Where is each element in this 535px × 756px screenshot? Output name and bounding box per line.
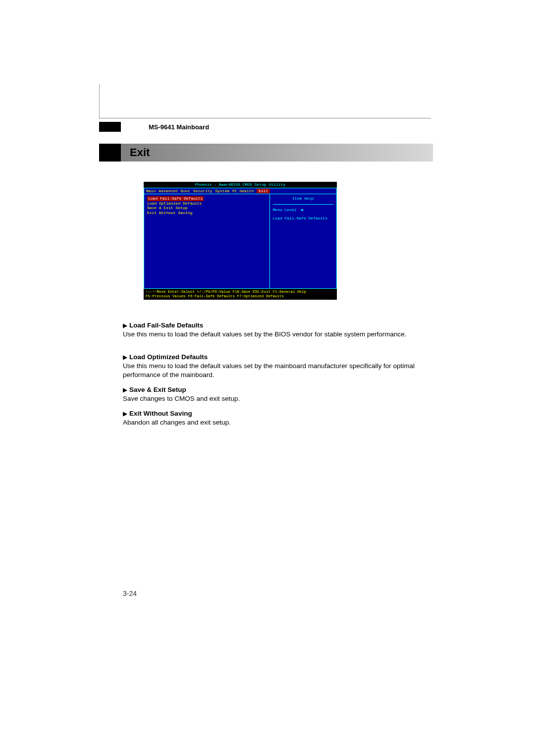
bios-item-load-optimized[interactable]: Load Optimized Defaults bbox=[147, 201, 267, 206]
top-divider bbox=[99, 118, 431, 118]
bios-item-save-exit[interactable]: Save & Exit Setup bbox=[147, 206, 267, 211]
bios-footer-line1: ↑↓←→:Move Enter:Select +/-/PU/PD:Value F… bbox=[146, 290, 335, 294]
bios-frame: Main Advanced Boot Security System PC He… bbox=[144, 188, 337, 289]
triangle-icon: ▶ bbox=[123, 410, 127, 417]
product-header: MS-9641 Mainboard bbox=[149, 123, 209, 131]
triangle-icon: ▶ bbox=[123, 322, 127, 329]
bios-right-pane: Item Help Menu Level ▶ Load Fail-Safe De… bbox=[270, 194, 336, 288]
bios-menu-level-text: Menu Level bbox=[273, 208, 297, 212]
bios-body: Load Fail-Safe Defaults Load Optimized D… bbox=[144, 194, 336, 288]
desc-body-1: Use this menu to load the default values… bbox=[123, 362, 415, 378]
bios-left-pane: Load Fail-Safe Defaults Load Optimized D… bbox=[144, 194, 270, 288]
vertical-rule bbox=[99, 84, 100, 119]
desc-heading-3: Exit Without Saving bbox=[129, 410, 192, 417]
bios-menubar: Main Advanced Boot Security System PC He… bbox=[144, 188, 336, 195]
desc-body-3: Abandon all changes and exit setup. bbox=[123, 419, 231, 426]
bios-tab-boot[interactable]: Boot bbox=[181, 189, 190, 194]
bios-tab-pchealth[interactable]: PC Health bbox=[232, 189, 254, 194]
bios-title: Phoenix - AwardBIOS CMOS Setup Utility bbox=[144, 182, 337, 188]
bios-screenshot: Phoenix - AwardBIOS CMOS Setup Utility M… bbox=[144, 182, 337, 300]
bios-help-text: Load Fail-Safe Defaults bbox=[273, 216, 333, 221]
section-title-bar: Exit bbox=[121, 144, 433, 162]
bios-tab-main[interactable]: Main bbox=[146, 189, 156, 194]
bios-footer: ↑↓←→:Move Enter:Select +/-/PU/PD:Value F… bbox=[144, 289, 337, 300]
bios-item-exit-nosave[interactable]: Exit Without Saving bbox=[147, 211, 267, 216]
triangle-icon: ▶ bbox=[123, 386, 127, 393]
desc-heading-1: Load Optimized Defaults bbox=[129, 353, 208, 361]
triangle-icon: ▶ bbox=[123, 354, 127, 361]
bios-menu-level: Menu Level ▶ bbox=[273, 208, 333, 213]
desc-heading-2: Save & Exit Setup bbox=[129, 386, 186, 393]
desc-load-failsafe: ▶Load Fail-Safe Defaults Use this menu t… bbox=[123, 321, 430, 339]
page-number: 3-24 bbox=[123, 590, 137, 597]
bios-item-load-failsafe[interactable]: Load Fail-Safe Defaults bbox=[147, 196, 204, 201]
bios-tab-advanced[interactable]: Advanced bbox=[159, 189, 177, 194]
bios-right-divider bbox=[273, 204, 333, 205]
bios-tab-exit[interactable]: Exit bbox=[257, 189, 270, 194]
desc-heading-0: Load Fail-Safe Defaults bbox=[129, 322, 203, 329]
desc-body-2: Save changes to CMOS and exit setup. bbox=[123, 395, 240, 402]
desc-body-0: Use this menu to load the default values… bbox=[123, 330, 407, 338]
section-accent-block bbox=[99, 144, 121, 162]
desc-exit-nosave: ▶Exit Without Saving Abandon all changes… bbox=[123, 409, 430, 427]
desc-load-optimized: ▶Load Optimized Defaults Use this menu t… bbox=[123, 353, 430, 380]
bios-footer-line2: F5:Previous Values F6:Fail-Safe Defaults… bbox=[146, 294, 335, 299]
bios-item-help-label: Item Help bbox=[273, 196, 333, 201]
section-title: Exit bbox=[121, 146, 150, 159]
header-accent-block bbox=[99, 122, 121, 132]
desc-save-exit: ▶Save & Exit Setup Save changes to CMOS … bbox=[123, 385, 430, 403]
bios-tab-security[interactable]: Security bbox=[193, 189, 212, 194]
bios-tab-system[interactable]: System bbox=[215, 189, 229, 194]
